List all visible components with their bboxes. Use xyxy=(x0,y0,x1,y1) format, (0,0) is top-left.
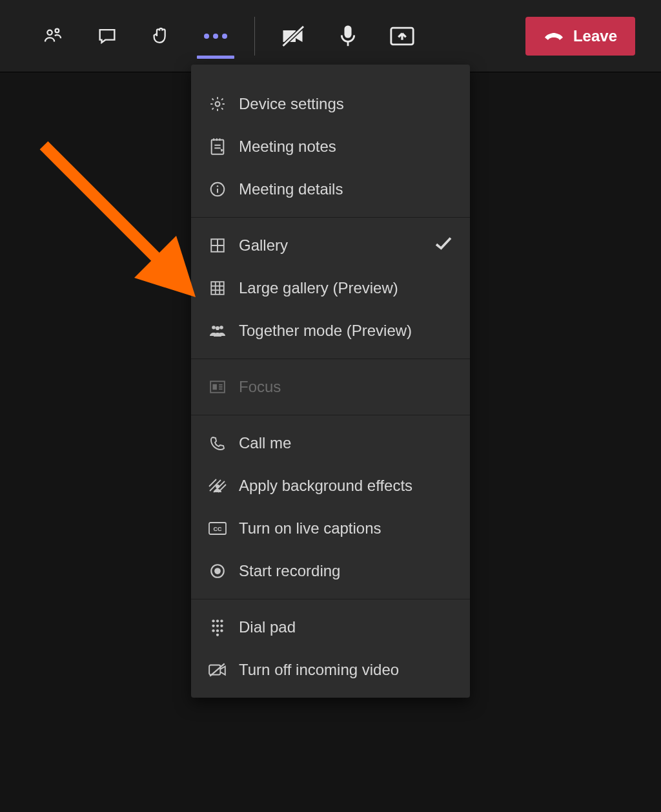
more-icon xyxy=(201,32,230,40)
grid-3x3-icon xyxy=(208,278,227,298)
svg-point-10 xyxy=(216,102,220,107)
toolbar-divider xyxy=(254,17,255,56)
menu-item-label: Apply background effects xyxy=(239,477,412,495)
svg-point-41 xyxy=(216,619,219,622)
menu-item-label: Turn on live captions xyxy=(239,519,381,537)
menu-group-views: Gallery Large gallery (Preview) xyxy=(191,217,470,359)
menu-item-label: Turn off incoming video xyxy=(239,661,399,679)
video-off-icon xyxy=(208,660,227,680)
svg-point-14 xyxy=(217,185,218,187)
svg-point-0 xyxy=(47,30,52,34)
meeting-toolbar: Leave xyxy=(0,0,661,72)
svg-point-39 xyxy=(214,568,221,574)
phone-icon xyxy=(208,433,227,453)
share-button[interactable] xyxy=(375,0,429,72)
camera-button[interactable] xyxy=(267,0,321,72)
menu-group-call-tools: Call me Apply background effects CC Tur xyxy=(191,415,470,599)
menu-item-call-me[interactable]: Call me xyxy=(191,422,470,464)
svg-rect-11 xyxy=(212,140,224,154)
svg-rect-26 xyxy=(210,381,225,392)
svg-point-24 xyxy=(219,326,223,329)
leave-button[interactable]: Leave xyxy=(525,17,635,56)
chat-icon xyxy=(96,25,118,47)
svg-point-45 xyxy=(220,625,223,627)
raise-hand-button[interactable] xyxy=(134,0,188,72)
people-icon xyxy=(42,25,64,47)
menu-group-settings: Device settings Meeting notes Meeting xyxy=(191,65,470,217)
svg-point-23 xyxy=(212,326,216,329)
menu-item-meeting-details[interactable]: Meeting details xyxy=(191,168,470,211)
check-icon xyxy=(434,236,453,255)
participants-button[interactable] xyxy=(26,0,80,72)
menu-item-label: Dial pad xyxy=(239,618,296,636)
svg-rect-7 xyxy=(344,25,351,37)
mic-button[interactable] xyxy=(321,0,375,72)
hang-up-icon xyxy=(544,30,564,43)
svg-point-47 xyxy=(216,629,219,632)
svg-point-48 xyxy=(220,629,223,632)
menu-item-label: Device settings xyxy=(239,95,344,113)
menu-item-together-mode[interactable]: Together mode (Preview) xyxy=(191,309,470,352)
notes-icon xyxy=(208,137,227,156)
more-actions-button[interactable] xyxy=(188,0,243,72)
svg-point-49 xyxy=(216,634,219,636)
svg-text:CC: CC xyxy=(214,526,222,532)
share-screen-icon xyxy=(389,25,415,47)
grid-2x2-icon xyxy=(208,236,227,255)
svg-point-40 xyxy=(212,619,214,622)
svg-point-1 xyxy=(56,28,59,32)
camera-off-icon xyxy=(280,25,307,47)
menu-item-label: Meeting details xyxy=(239,180,343,198)
cc-icon: CC xyxy=(208,519,227,538)
menu-item-label: Together mode (Preview) xyxy=(239,322,412,340)
svg-line-52 xyxy=(44,145,167,268)
svg-point-3 xyxy=(213,34,218,39)
mic-icon xyxy=(338,25,358,48)
people-group-icon xyxy=(208,321,227,340)
menu-group-focus: Focus xyxy=(191,359,470,415)
background-effects-icon xyxy=(208,476,227,495)
svg-rect-18 xyxy=(211,282,224,295)
svg-point-46 xyxy=(212,629,214,632)
svg-point-44 xyxy=(216,625,219,627)
menu-item-large-gallery[interactable]: Large gallery (Preview) xyxy=(191,267,470,309)
active-indicator xyxy=(197,56,234,59)
menu-item-turn-off-incoming-video[interactable]: Turn off incoming video xyxy=(191,649,470,691)
menu-item-label: Large gallery (Preview) xyxy=(239,279,398,297)
menu-item-label: Meeting notes xyxy=(239,138,336,156)
menu-item-meeting-notes[interactable]: Meeting notes xyxy=(191,125,470,168)
svg-point-42 xyxy=(220,619,223,622)
info-icon xyxy=(208,180,227,199)
menu-item-live-captions[interactable]: CC Turn on live captions xyxy=(191,507,470,550)
menu-item-start-recording[interactable]: Start recording xyxy=(191,550,470,592)
menu-item-focus: Focus xyxy=(191,366,470,408)
menu-item-label: Start recording xyxy=(239,562,340,580)
gear-icon xyxy=(208,94,227,114)
svg-marker-53 xyxy=(134,236,196,297)
menu-item-background-effects[interactable]: Apply background effects xyxy=(191,464,470,507)
menu-item-label: Focus xyxy=(239,378,281,396)
svg-point-43 xyxy=(212,625,214,627)
dialpad-icon xyxy=(208,618,227,637)
annotation-arrow xyxy=(37,139,212,313)
svg-point-4 xyxy=(222,34,227,39)
menu-item-gallery[interactable]: Gallery xyxy=(191,224,470,267)
more-actions-menu: Device settings Meeting notes Meeting xyxy=(191,65,470,698)
svg-rect-50 xyxy=(209,665,220,675)
menu-item-dial-pad[interactable]: Dial pad xyxy=(191,606,470,649)
svg-rect-27 xyxy=(212,384,217,390)
leave-label: Leave xyxy=(573,27,617,45)
svg-point-25 xyxy=(216,326,219,330)
menu-group-dial-video: Dial pad Turn off incoming video xyxy=(191,599,470,698)
record-icon xyxy=(208,561,227,581)
hand-icon xyxy=(150,25,172,47)
focus-icon xyxy=(208,377,227,397)
chat-button[interactable] xyxy=(80,0,134,72)
menu-item-device-settings[interactable]: Device settings xyxy=(191,83,470,125)
menu-item-label: Call me xyxy=(239,434,291,452)
svg-point-35 xyxy=(216,484,219,488)
menu-item-label: Gallery xyxy=(239,236,288,255)
svg-point-2 xyxy=(204,34,209,39)
